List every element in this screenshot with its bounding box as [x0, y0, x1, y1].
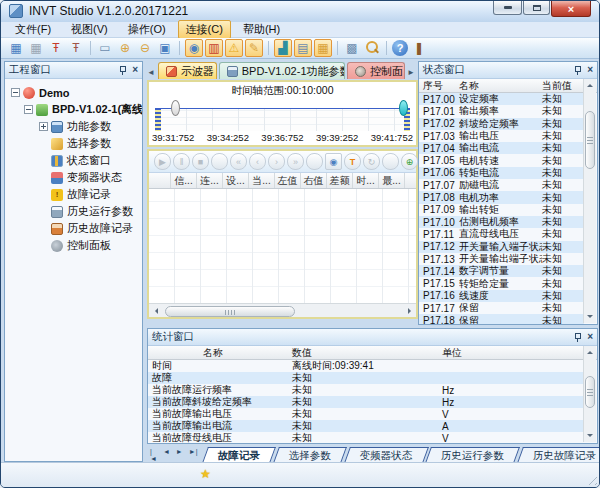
remove-project-icon[interactable]: ⊖: [136, 39, 154, 57]
toolbar-separator[interactable]: [306, 153, 323, 170]
column-header[interactable]: 当前值: [542, 79, 584, 93]
table-row[interactable]: P17.15 转矩给定量 未知: [419, 277, 584, 289]
toolbar-separator[interactable]: [211, 153, 228, 170]
tree-item[interactable]: 历史故障记录: [9, 220, 140, 237]
bottom-tab[interactable]: 历史故障记录: [517, 447, 600, 463]
menu-item[interactable]: 操作(O): [120, 20, 174, 39]
scroll-right-icon[interactable]: [403, 305, 416, 317]
vertical-scrollbar[interactable]: [583, 346, 596, 442]
table-row[interactable]: P17.17 保留 未知: [419, 302, 584, 314]
scroll-down-icon[interactable]: [584, 430, 596, 442]
scroll-down-icon[interactable]: [584, 311, 596, 323]
close-icon[interactable]: ×: [132, 65, 138, 75]
table-row[interactable]: P17.03 输出电压 未知: [419, 130, 584, 142]
tree-item[interactable]: 控制面板: [9, 237, 140, 254]
control-panel-icon[interactable]: ▩: [343, 39, 361, 57]
column-header[interactable]: 右值: [301, 173, 327, 188]
horizontal-scrollbar[interactable]: [149, 303, 416, 317]
tree-item[interactable]: 选择参数: [9, 135, 140, 152]
column-header[interactable]: 序号: [419, 79, 459, 93]
disconnect-icon[interactable]: Ŧ: [67, 39, 85, 57]
toolbar-separator[interactable]: [386, 41, 387, 55]
scroll-left-icon[interactable]: [149, 305, 162, 317]
column-header[interactable]: 当...: [249, 173, 275, 188]
prev-icon[interactable]: ‹: [249, 153, 266, 170]
expander-icon[interactable]: [11, 88, 20, 97]
table-row[interactable]: P17.09 输出转矩 未知: [419, 204, 584, 216]
new-window-icon[interactable]: ▭: [96, 39, 114, 57]
table-row[interactable]: P17.12 开关量输入端子状态 未知: [419, 241, 584, 253]
remove-device-icon[interactable]: ▦: [27, 39, 45, 57]
bottom-tab[interactable]: 变频器状态: [344, 447, 428, 463]
tree-item[interactable]: 历史运行参数: [9, 203, 140, 220]
column-header[interactable]: 名称: [459, 79, 542, 93]
toolbar-separator[interactable]: [179, 41, 180, 55]
table-row[interactable]: P17.00 设定频率 未知: [419, 93, 584, 105]
document-tab[interactable]: 示波器: [158, 62, 217, 79]
pin-icon[interactable]: [118, 65, 127, 75]
function-params-icon[interactable]: ▥: [205, 39, 223, 57]
bottom-tab[interactable]: 故障记录: [202, 447, 276, 463]
scroll-up-icon[interactable]: [584, 346, 596, 358]
pin-icon[interactable]: [573, 332, 582, 342]
menu-item[interactable]: 帮助(H): [235, 20, 288, 39]
tree-item[interactable]: Demo: [9, 84, 140, 101]
table-row[interactable]: P17.01 输出频率 未知: [419, 105, 584, 117]
menu-item[interactable]: 文件(F): [7, 20, 59, 39]
copy-icon[interactable]: ▣: [156, 39, 174, 57]
pause-icon[interactable]: ‖: [173, 153, 190, 170]
resize-grip[interactable]: [585, 473, 597, 485]
column-header[interactable]: 信...: [171, 173, 197, 188]
history-fault-icon[interactable]: ▦: [314, 39, 332, 57]
add-device-icon[interactable]: ▦: [7, 39, 25, 57]
tree-item[interactable]: 故障记录: [9, 186, 140, 203]
table-row[interactable]: P17.08 电机功率 未知: [419, 191, 584, 203]
add-signal-icon[interactable]: ⊕: [401, 153, 418, 170]
select-params-icon[interactable]: ✎: [245, 39, 263, 57]
maximize-button[interactable]: [523, 1, 550, 15]
column-header[interactable]: 连...: [197, 173, 223, 188]
history-params-icon[interactable]: ▤: [294, 39, 312, 57]
tab-scroll-left-icon[interactable]: ◄: [147, 68, 158, 79]
table-row[interactable]: P17.18 保留 未知: [419, 314, 584, 324]
slider-left-handle[interactable]: [171, 100, 180, 116]
table-row[interactable]: P17.02 斜坡给定频率 未知: [419, 118, 584, 130]
pin-icon[interactable]: [573, 65, 582, 75]
stop-icon[interactable]: ■: [192, 153, 209, 170]
bottom-tab[interactable]: 历史运行参数: [425, 447, 520, 463]
tab-nav-icon[interactable]: ►: [173, 448, 186, 462]
exit-icon[interactable]: ❚: [410, 39, 428, 57]
tree-item[interactable]: 状态窗口: [9, 152, 140, 169]
bottom-tab[interactable]: 选择参数: [273, 447, 347, 463]
next-icon[interactable]: ›: [268, 153, 285, 170]
connect-icon[interactable]: Ŧ: [47, 39, 65, 57]
column-header[interactable]: 左值: [275, 173, 301, 188]
add-project-icon[interactable]: ⊕: [116, 39, 134, 57]
toolbar-separator[interactable]: [337, 41, 338, 55]
toolbar-separator[interactable]: [382, 153, 399, 170]
column-header[interactable]: 数值: [278, 346, 438, 360]
tab-nav-icon[interactable]: |◄: [147, 448, 160, 462]
table-row[interactable]: P17.05 电机转速 未知: [419, 154, 584, 166]
fault-record-icon[interactable]: ⚠: [225, 39, 243, 57]
last-icon[interactable]: »: [287, 153, 304, 170]
tree-item[interactable]: BPD-V1.02-1(离线): [9, 101, 140, 118]
column-header[interactable]: 时...: [353, 173, 379, 188]
document-tab[interactable]: BPD-V1.02-1功能参数: [219, 62, 345, 79]
scrollbar-thumb[interactable]: [585, 376, 595, 408]
expander-icon[interactable]: [24, 105, 33, 114]
slider-right-handle[interactable]: [399, 100, 408, 116]
table-row[interactable]: 当前故障母线电压 未知 V: [148, 432, 584, 443]
first-icon[interactable]: «: [230, 153, 247, 170]
table-row[interactable]: P17.04 输出电流 未知: [419, 142, 584, 154]
scrollbar-thumb[interactable]: [165, 306, 295, 317]
menu-item[interactable]: 视图(V): [63, 20, 116, 39]
marker-icon[interactable]: ◉: [325, 153, 342, 170]
table-row[interactable]: P17.10 估测电机频率 未知: [419, 216, 584, 228]
table-row[interactable]: P17.16 线速度 未知: [419, 290, 584, 302]
menu-item[interactable]: 连接(C): [178, 20, 231, 39]
table-row[interactable]: P17.14 数字调节量 未知: [419, 265, 584, 277]
scroll-up-icon[interactable]: [584, 79, 596, 91]
status-window-icon[interactable]: ▟: [274, 39, 292, 57]
column-header[interactable]: 最...: [379, 173, 405, 188]
